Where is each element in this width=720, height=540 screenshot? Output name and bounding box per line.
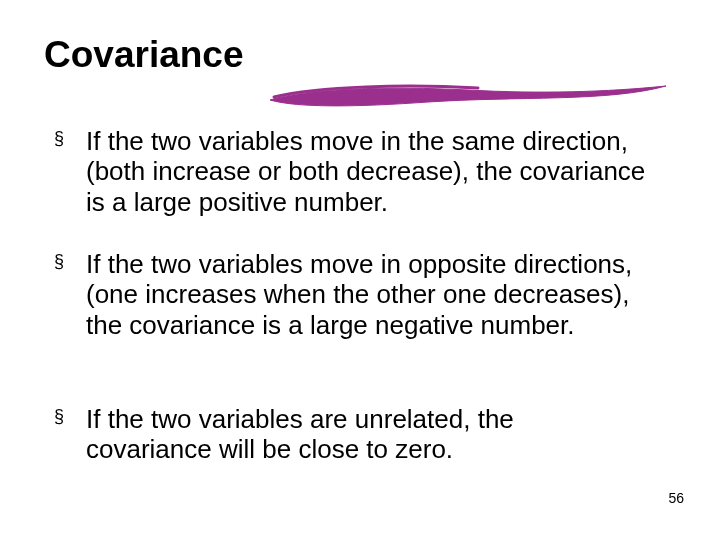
bullet-item: § If the two variables are unrelated, th… (54, 404, 646, 465)
slide-title: Covariance (44, 34, 676, 76)
brush-underline-icon (268, 78, 668, 112)
page-number: 56 (668, 490, 684, 506)
bullet-text: If the two variables are unrelated, the … (54, 404, 646, 465)
slide-body: § If the two variables move in the same … (44, 126, 676, 540)
bullet-text: If the two variables move in opposite di… (54, 249, 646, 340)
bullet-mark-icon: § (54, 406, 64, 427)
title-underline (44, 82, 676, 116)
bullet-item: § If the two variables move in the same … (54, 126, 646, 217)
bullet-mark-icon: § (54, 251, 64, 272)
slide: Covariance § If the two variables move i… (0, 0, 720, 540)
bullet-mark-icon: § (54, 128, 64, 149)
bullet-text: If the two variables move in the same di… (54, 126, 646, 217)
bullet-item: § If the two variables move in opposite … (54, 249, 646, 340)
